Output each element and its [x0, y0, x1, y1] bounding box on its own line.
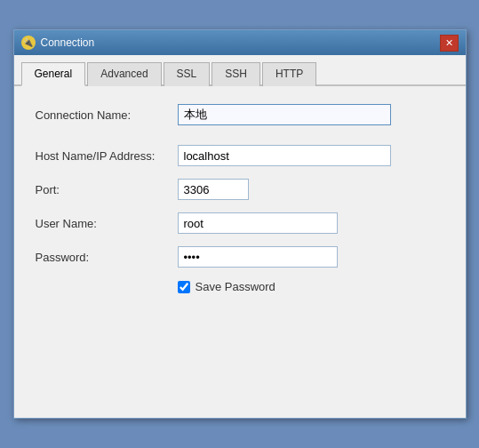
host-row: Host Name/IP Address:	[36, 145, 444, 166]
save-password-row: Save Password	[178, 280, 444, 293]
form-content: Connection Name: Host Name/IP Address: P…	[14, 86, 466, 418]
port-label: Port:	[36, 183, 178, 196]
window-icon: 🔌	[21, 36, 36, 50]
tab-advanced[interactable]: Advanced	[87, 62, 161, 86]
close-button[interactable]: ✕	[440, 35, 459, 52]
username-label: User Name:	[36, 217, 178, 230]
tab-general[interactable]: General	[21, 62, 86, 86]
password-label: Password:	[36, 251, 178, 264]
username-input[interactable]	[178, 212, 338, 234]
tab-bar: General Advanced SSL SSH HTTP	[14, 55, 466, 86]
port-input[interactable]	[178, 179, 249, 200]
connection-name-label: Connection Name:	[36, 108, 178, 122]
save-password-checkbox[interactable]	[178, 281, 190, 293]
password-row: Password:	[36, 246, 444, 268]
connection-name-row: Connection Name:	[36, 104, 444, 125]
tab-http[interactable]: HTTP	[262, 62, 316, 86]
username-row: User Name:	[36, 212, 444, 234]
save-password-label: Save Password	[196, 280, 275, 293]
title-buttons: ✕	[440, 35, 459, 52]
password-input[interactable]	[178, 246, 338, 268]
connection-window: 🔌 Connection ✕ General Advanced SSL SSH …	[13, 29, 467, 419]
title-bar: 🔌 Connection ✕	[14, 30, 466, 55]
host-input[interactable]	[178, 145, 391, 166]
tab-ssh[interactable]: SSH	[212, 62, 260, 86]
window-title: Connection	[41, 36, 95, 49]
tab-ssl[interactable]: SSL	[164, 62, 211, 86]
host-label: Host Name/IP Address:	[36, 149, 178, 163]
port-row: Port:	[36, 179, 444, 200]
connection-name-input[interactable]	[178, 104, 391, 125]
bottom-area	[36, 293, 444, 400]
title-bar-left: 🔌 Connection	[21, 36, 95, 50]
